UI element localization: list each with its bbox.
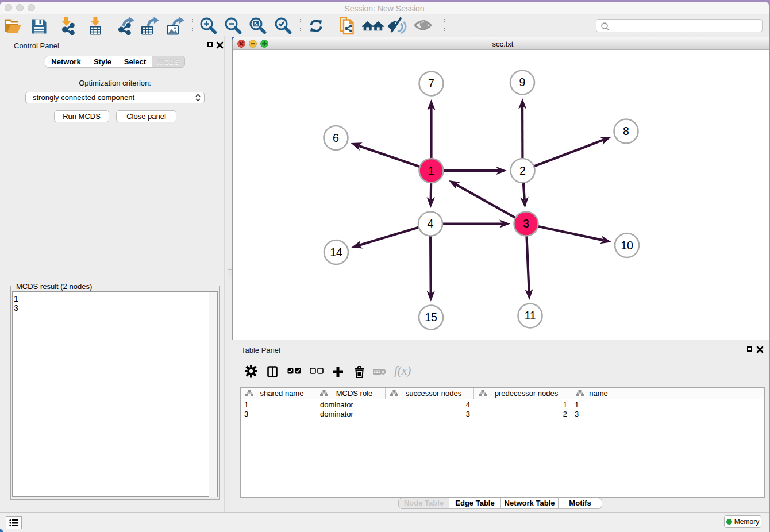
svg-text:1: 1: [428, 164, 434, 177]
svg-text:2: 2: [519, 164, 526, 177]
svg-text:3: 3: [523, 217, 529, 230]
svg-text:8: 8: [623, 125, 629, 137]
svg-text:6: 6: [333, 132, 339, 144]
svg-text:7: 7: [428, 77, 434, 90]
svg-text:4: 4: [428, 217, 434, 230]
svg-text:9: 9: [519, 76, 526, 88]
svg-text:15: 15: [425, 311, 437, 323]
svg-text:10: 10: [621, 239, 633, 252]
svg-text:11: 11: [524, 309, 536, 322]
svg-text:14: 14: [330, 246, 342, 259]
